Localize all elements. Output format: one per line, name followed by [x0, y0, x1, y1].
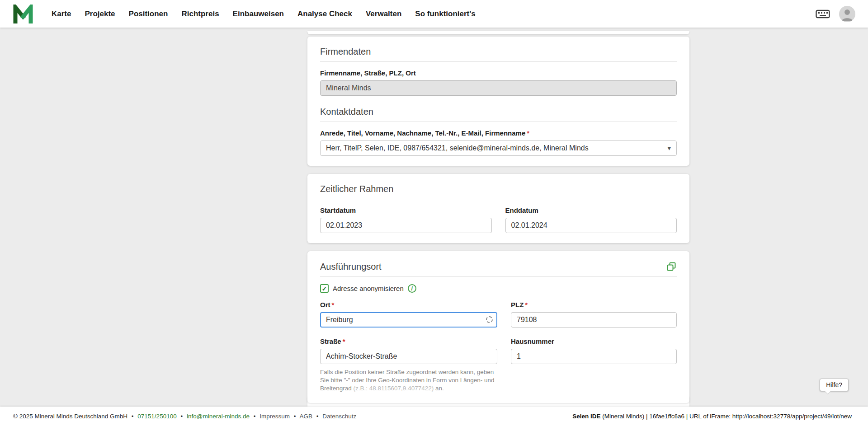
required-marker: *: [525, 301, 528, 309]
nav-item-verwalten[interactable]: Verwalten: [366, 9, 401, 19]
hint-suffix: an.: [434, 385, 444, 392]
nav-item-so-funktionierts[interactable]: So funktioniert's: [415, 9, 475, 19]
keyboard-icon[interactable]: [816, 9, 830, 19]
main-nav: Karte Projekte Positionen Richtpreis Ein…: [52, 9, 476, 19]
strasse-hint: Falls die Position keiner Straße zugeord…: [320, 368, 497, 393]
debug-info-app: Selen IDE: [572, 413, 600, 420]
footer-agb-link[interactable]: AGB: [300, 413, 313, 420]
kontakt-label: Anrede, Titel, Vorname, Nachname, Tel.-N…: [320, 129, 677, 137]
startdatum-field: Startdatum: [320, 206, 492, 233]
ort-field: Ort*: [320, 301, 497, 328]
startdatum-input[interactable]: [320, 218, 492, 233]
ort-input[interactable]: [320, 312, 497, 328]
section-title-ausfuehrungsort: Ausführungsort: [320, 262, 382, 272]
company-input: [320, 80, 677, 96]
required-marker: *: [332, 301, 335, 309]
strasse-field: Straße* Falls die Position keiner Straße…: [320, 337, 497, 393]
footer-links: © 2025 Mineral Minds Deutschland GmbH • …: [13, 413, 356, 420]
enddatum-field: Enddatum: [505, 206, 677, 233]
copy-icon[interactable]: [666, 261, 677, 272]
nav-item-richtpreis[interactable]: Richtpreis: [181, 9, 219, 19]
card-zeitlicher-rahmen: Zeitlicher Rahmen Startdatum Enddatum: [307, 174, 689, 243]
anonymize-checkbox[interactable]: ✓: [320, 284, 329, 293]
anonymize-row: ✓ Adresse anonymisieren i: [320, 284, 677, 293]
help-button[interactable]: Hilfe?: [820, 379, 849, 391]
hint-example: (z.B.: 48.8115607,9.4077422): [354, 385, 434, 392]
hausnummer-label: Hausnummer: [511, 337, 677, 346]
header-icons: [816, 6, 855, 22]
plz-field: PLZ*: [511, 301, 677, 328]
plz-label: PLZ*: [511, 301, 677, 309]
strasse-label-text: Straße: [320, 337, 341, 345]
footer-datenschutz-link[interactable]: Datenschutz: [322, 413, 356, 420]
debug-info: Selen IDE (Mineral Minds) | 16fae1ffc6a6…: [566, 406, 852, 426]
chevron-down-icon: ▾: [667, 144, 671, 152]
footer-impressum-link[interactable]: Impressum: [259, 413, 290, 420]
ort-label: Ort*: [320, 301, 497, 309]
divider: [320, 61, 677, 62]
divider: [320, 276, 677, 277]
section-title-zeitlicher-rahmen: Zeitlicher Rahmen: [320, 184, 677, 194]
divider: [320, 122, 677, 122]
separator: •: [294, 413, 296, 420]
section-title-firmendaten: Firmendaten: [320, 47, 677, 57]
plz-label-text: PLZ: [511, 301, 524, 309]
enddatum-input[interactable]: [505, 218, 677, 233]
avatar[interactable]: [839, 6, 855, 22]
hausnummer-field: Hausnummer: [511, 337, 677, 393]
form-column: Firmendaten Firmenname, Straße, PLZ, Ort…: [307, 37, 689, 411]
hausnummer-input[interactable]: [511, 349, 677, 364]
loading-spinner-icon: [486, 316, 493, 323]
startdatum-label: Startdatum: [320, 206, 492, 215]
section-title-kontaktdaten: Kontaktdaten: [320, 107, 677, 117]
anonymize-label: Adresse anonymisieren: [333, 285, 404, 292]
copyright-text: © 2025 Mineral Minds Deutschland GmbH: [13, 413, 127, 420]
nav-item-positionen[interactable]: Positionen: [129, 9, 168, 19]
card-above-partial: [307, 31, 689, 34]
kontakt-label-text: Anrede, Titel, Vorname, Nachname, Tel.-N…: [320, 129, 525, 137]
required-marker: *: [343, 337, 345, 345]
check-icon: ✓: [322, 285, 327, 292]
separator: •: [180, 413, 183, 420]
kontakt-select[interactable]: Herr, TitelP, Selen, IDE, 0987/654321, s…: [320, 140, 677, 156]
footer-email-link[interactable]: info@mineral-minds.de: [187, 413, 250, 420]
user-icon: [839, 6, 855, 22]
debug-info-detail: (Mineral Minds) | 16fae1ffc6a6 | URL of …: [600, 413, 852, 420]
required-marker: *: [527, 129, 529, 137]
separator: •: [316, 413, 319, 420]
card-firmendaten: Firmendaten Firmenname, Straße, PLZ, Ort…: [307, 37, 689, 166]
brand-logo[interactable]: [13, 5, 33, 23]
kontakt-select-value: Herr, TitelP, Selen, IDE, 0987/654321, s…: [326, 144, 589, 152]
logo-icon: [13, 5, 33, 23]
ort-label-text: Ort: [320, 301, 330, 309]
divider: [320, 199, 677, 199]
nav-item-analyse-check[interactable]: Analyse Check: [297, 9, 352, 19]
enddatum-label: Enddatum: [505, 206, 677, 215]
separator: •: [254, 413, 256, 420]
info-icon[interactable]: i: [408, 284, 416, 293]
strasse-label: Straße*: [320, 337, 497, 346]
footer-phone-link[interactable]: 07151/250100: [137, 413, 176, 420]
company-label: Firmenname, Straße, PLZ, Ort: [320, 69, 677, 77]
plz-input[interactable]: [511, 312, 677, 328]
nav-item-karte[interactable]: Karte: [52, 9, 71, 19]
separator: •: [132, 413, 134, 420]
footer: © 2025 Mineral Minds Deutschland GmbH • …: [0, 407, 868, 426]
strasse-input[interactable]: [320, 349, 497, 364]
top-nav: Karte Projekte Positionen Richtpreis Ein…: [0, 0, 868, 28]
card-ausfuehrungsort: Ausführungsort ✓ Adresse anonymisieren i…: [307, 251, 689, 403]
nav-item-einbauweisen[interactable]: Einbauweisen: [233, 9, 284, 19]
nav-item-projekte[interactable]: Projekte: [85, 9, 115, 19]
